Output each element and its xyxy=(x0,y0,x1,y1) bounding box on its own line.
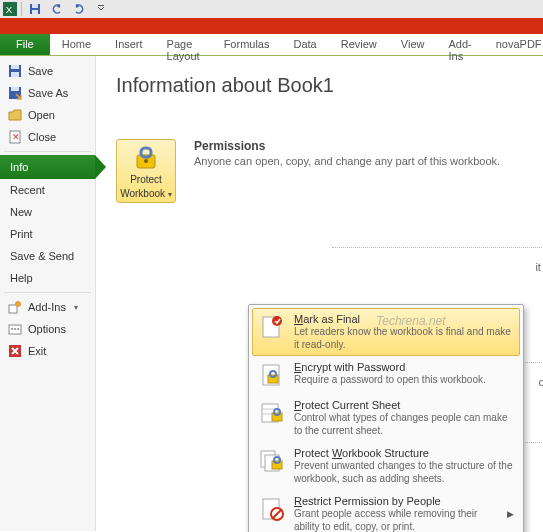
quick-access-toolbar: X xyxy=(3,1,110,17)
svg-point-24 xyxy=(272,316,282,326)
protect-sheet-icon xyxy=(258,399,286,427)
sidebar-help[interactable]: Help xyxy=(0,267,95,289)
ribbon-tab-review[interactable]: Review xyxy=(329,34,389,55)
ribbon-tab-file[interactable]: File xyxy=(0,34,50,55)
svg-point-17 xyxy=(14,328,16,330)
sidebar-save-send[interactable]: Save & Send xyxy=(0,245,95,267)
dropdown-item-title: Restrict Permission by People xyxy=(294,495,499,507)
close-icon: ✕ xyxy=(8,130,22,144)
qat-save-button[interactable] xyxy=(26,1,44,17)
sidebar-label: Options xyxy=(28,323,66,335)
sidebar-addins[interactable]: Add-Ins ▾ xyxy=(0,296,95,318)
ribbon-tab-addins[interactable]: Add-Ins xyxy=(436,34,483,55)
ribbon-tab-view[interactable]: View xyxy=(389,34,437,55)
addins-icon xyxy=(8,300,22,314)
dropdown-item-title: Protect Workbook Structure xyxy=(294,447,514,459)
permissions-description: Anyone can open, copy, and change any pa… xyxy=(194,155,500,167)
svg-rect-13 xyxy=(9,305,17,313)
backstage-sidebar: Save Save As Open ✕ Close Info Recent Ne… xyxy=(0,56,96,531)
sidebar-label: Save As xyxy=(28,87,68,99)
dropdown-arrow-icon: ▾ xyxy=(74,303,78,312)
ribbon-tab-home[interactable]: Home xyxy=(50,34,103,55)
svg-point-22 xyxy=(144,159,148,163)
sidebar-label: Add-Ins xyxy=(28,301,66,313)
svg-point-18 xyxy=(17,328,19,330)
dropdown-arrow-icon: ▾ xyxy=(168,190,172,199)
sidebar-print[interactable]: Print xyxy=(0,223,95,245)
window-accent-bar xyxy=(0,18,543,34)
dropdown-item-title: Mark as Final xyxy=(294,313,514,325)
restrict-permission-icon xyxy=(258,495,286,523)
svg-text:X: X xyxy=(6,4,13,15)
save-as-icon xyxy=(8,86,22,100)
svg-rect-10 xyxy=(11,87,19,91)
save-icon xyxy=(8,64,22,78)
mark-final-icon xyxy=(258,313,286,341)
ribbon-tabs: File Home Insert Page Layout Formulas Da… xyxy=(0,34,543,56)
svg-rect-5 xyxy=(98,5,104,6)
protect-workbook-button[interactable]: Protect Workbook ▾ xyxy=(116,139,176,203)
svg-rect-8 xyxy=(11,72,19,77)
sidebar-label: Open xyxy=(28,109,55,121)
protect-label-1: Protect xyxy=(130,174,162,185)
dropdown-item-desc: Grant people access while removing their… xyxy=(294,508,499,532)
ribbon-tab-data[interactable]: Data xyxy=(281,34,328,55)
svg-rect-7 xyxy=(11,65,19,69)
sidebar-info[interactable]: Info xyxy=(0,155,95,179)
svg-point-16 xyxy=(11,328,13,330)
protect-label-2: Workbook ▾ xyxy=(120,188,172,199)
ribbon-tab-formulas[interactable]: Formulas xyxy=(212,34,282,55)
svg-text:✕: ✕ xyxy=(12,132,20,142)
backstage-main: Information about Book1 Protect Workbook… xyxy=(96,56,543,531)
dropdown-item-title: Encrypt with Password xyxy=(294,361,514,373)
open-icon xyxy=(8,108,22,122)
title-bar: X xyxy=(0,0,543,18)
ribbon-tab-insert[interactable]: Insert xyxy=(103,34,155,55)
sidebar-exit[interactable]: Exit xyxy=(0,340,95,362)
dropdown-item-encrypt-password[interactable]: Encrypt with Password Require a password… xyxy=(252,356,520,394)
permissions-text: Permissions Anyone can open, copy, and c… xyxy=(194,139,500,203)
dropdown-item-restrict-permission[interactable]: Restrict Permission by People Grant peop… xyxy=(252,490,520,532)
qat-redo-button[interactable] xyxy=(70,1,88,17)
sidebar-new[interactable]: New xyxy=(0,201,95,223)
encrypt-icon xyxy=(258,361,286,389)
sidebar-recent[interactable]: Recent xyxy=(0,179,95,201)
qat-undo-button[interactable] xyxy=(48,1,66,17)
backstage-workspace: Save Save As Open ✕ Close Info Recent Ne… xyxy=(0,56,543,531)
sidebar-label: Close xyxy=(28,131,56,143)
dropdown-item-protect-sheet[interactable]: Protect Current Sheet Control what types… xyxy=(252,394,520,442)
permissions-heading: Permissions xyxy=(194,139,265,153)
excel-app-icon: X xyxy=(3,2,17,16)
qat-customize-button[interactable] xyxy=(92,1,110,17)
protect-workbook-icon xyxy=(132,143,160,171)
ribbon-tab-page-layout[interactable]: Page Layout xyxy=(155,34,212,55)
dropdown-item-desc: Prevent unwanted changes to the structur… xyxy=(294,460,514,485)
ribbon-tab-novapdf[interactable]: novaPDF xyxy=(484,34,543,55)
page-title: Information about Book1 xyxy=(116,74,523,97)
svg-point-14 xyxy=(15,301,21,307)
sidebar-label: Info xyxy=(10,161,28,173)
svg-rect-21 xyxy=(141,148,151,157)
dropdown-item-mark-as-final[interactable]: Mark as Final Let readers know the workb… xyxy=(252,308,520,356)
svg-rect-4 xyxy=(32,10,38,14)
protect-workbook-dropdown: Mark as Final Let readers know the workb… xyxy=(248,304,524,532)
qat-separator xyxy=(21,2,22,16)
sidebar-open[interactable]: Open xyxy=(0,104,95,126)
svg-rect-3 xyxy=(32,4,38,8)
sidebar-close[interactable]: ✕ Close xyxy=(0,126,95,148)
permissions-section: Protect Workbook ▾ Permissions Anyone ca… xyxy=(116,139,523,203)
sidebar-save-as[interactable]: Save As xyxy=(0,82,95,104)
dropdown-item-protect-structure[interactable]: Protect Workbook Structure Prevent unwan… xyxy=(252,442,520,490)
exit-icon xyxy=(8,344,22,358)
dropdown-item-desc: Require a password to open this workbook… xyxy=(294,374,514,387)
dropdown-item-desc: Control what types of changes people can… xyxy=(294,412,514,437)
dropdown-item-title: Protect Current Sheet xyxy=(294,399,514,411)
sidebar-separator xyxy=(4,151,91,152)
sidebar-options[interactable]: Options xyxy=(0,318,95,340)
protect-structure-icon xyxy=(258,447,286,475)
sidebar-separator xyxy=(4,292,91,293)
sidebar-label: Save xyxy=(28,65,53,77)
sidebar-label: Exit xyxy=(28,345,46,357)
sidebar-save[interactable]: Save xyxy=(0,60,95,82)
dropdown-item-desc: Let readers know the workbook is final a… xyxy=(294,326,514,351)
